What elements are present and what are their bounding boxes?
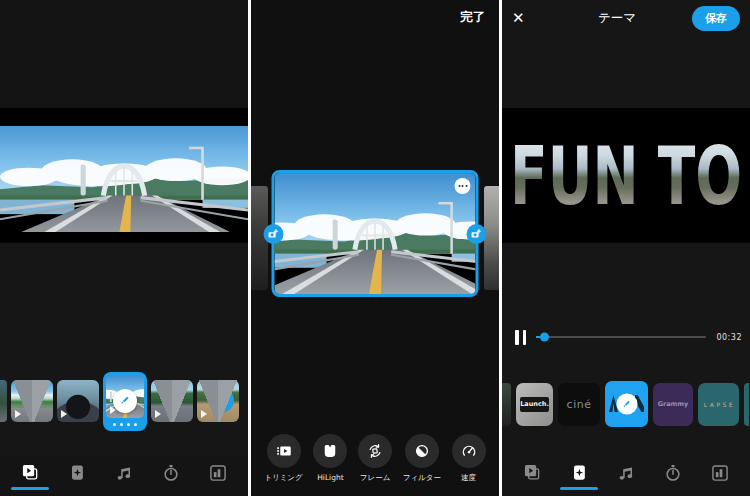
- clip-tools-row: トリミング HiLight フレーム フィルター 速度: [251, 434, 499, 496]
- frame-rotate-icon: [366, 442, 384, 460]
- more-options-button[interactable]: [455, 178, 471, 194]
- pencil-icon: [118, 394, 131, 407]
- theme-selected[interactable]: [605, 381, 648, 427]
- active-tab-underline: [560, 487, 598, 490]
- clips-icon: [20, 463, 40, 483]
- trim-icon: [275, 442, 293, 460]
- music-icon: [114, 463, 134, 483]
- theme-thumbnail-partial[interactable]: [744, 383, 749, 426]
- theme-cine[interactable]: ciné: [558, 383, 600, 426]
- layout-icon: [208, 463, 228, 483]
- active-tab-underline: [11, 487, 49, 490]
- clip-thumbnail[interactable]: [11, 380, 53, 422]
- clip-thumbnail[interactable]: [57, 380, 99, 422]
- clip-page-dots: [106, 418, 144, 431]
- speed-icon: [460, 442, 478, 460]
- theme-thumbnail-strip: Launch. ciné Grammy LAPSE: [502, 381, 750, 427]
- play-icon: [155, 410, 161, 418]
- tab-music[interactable]: [105, 463, 143, 490]
- tab-duration[interactable]: [152, 463, 190, 490]
- plus-icon: [217, 395, 228, 406]
- clip-thumbnail-partial[interactable]: [0, 380, 7, 422]
- playback-controls: 00:32: [502, 326, 750, 348]
- tool-label: HiLight: [317, 473, 343, 482]
- play-icon: [61, 410, 67, 418]
- clips-icon: [522, 463, 542, 483]
- theme-launch[interactable]: Launch.: [516, 383, 553, 426]
- theme-icon: [569, 463, 589, 483]
- editor-topbar: 完了: [251, 0, 499, 34]
- tool-label: 速度: [461, 473, 476, 483]
- play-icon: [201, 410, 207, 418]
- edit-clip-button[interactable]: [113, 389, 137, 413]
- add-clip-before-button[interactable]: [264, 224, 284, 244]
- clip-thumbnail[interactable]: [197, 380, 239, 422]
- pencil-icon: [621, 398, 633, 410]
- hilight-icon: [321, 442, 339, 460]
- tool-speed[interactable]: 速度: [452, 434, 486, 483]
- screen-clip-list: [0, 0, 248, 496]
- theme-label: LAPSE: [702, 401, 735, 408]
- letterbox-top: [0, 0, 248, 108]
- theme-grammy[interactable]: Grammy: [653, 383, 693, 426]
- theme-icon: [67, 463, 87, 483]
- timeline-area: [0, 243, 248, 455]
- music-icon: [616, 463, 636, 483]
- add-clip-button[interactable]: [211, 389, 234, 412]
- tab-clips[interactable]: [513, 463, 551, 490]
- tab-duration[interactable]: [654, 463, 692, 490]
- tool-hilight[interactable]: HiLight: [313, 434, 347, 482]
- tab-music[interactable]: [607, 463, 645, 490]
- tab-format[interactable]: [701, 463, 739, 490]
- elapsed-time: 00:32: [716, 333, 742, 342]
- page-title: テーマ: [542, 10, 692, 27]
- theme-thumbnail-partial[interactable]: [502, 383, 511, 426]
- video-frame-bridge: [0, 126, 248, 232]
- screenshot-triptych: 完了 トリミング: [0, 0, 750, 496]
- theme-label: ciné: [567, 398, 592, 411]
- camera-plus-icon: [470, 227, 483, 240]
- tab-theme[interactable]: [58, 463, 96, 490]
- theme-lapse[interactable]: LAPSE: [698, 383, 739, 426]
- theme-topbar: ✕ テーマ 保存: [502, 0, 750, 36]
- tab-clips[interactable]: [11, 463, 49, 490]
- tab-format[interactable]: [199, 463, 237, 490]
- timer-icon: [663, 463, 683, 483]
- save-button[interactable]: 保存: [692, 6, 740, 31]
- progress-knob[interactable]: [540, 333, 549, 342]
- done-button[interactable]: 完了: [460, 9, 485, 26]
- tool-trim[interactable]: トリミング: [264, 434, 302, 483]
- layout-icon: [710, 463, 730, 483]
- tab-theme[interactable]: [560, 463, 598, 490]
- tool-frame[interactable]: フレーム: [358, 434, 392, 483]
- clip-thumbnail-strip: [0, 368, 248, 434]
- progress-track[interactable]: [536, 336, 706, 338]
- add-clip-after-button[interactable]: [467, 224, 487, 244]
- tool-label: フレーム: [360, 473, 391, 483]
- theme-label: Launch.: [520, 400, 549, 408]
- clip-thumbnail[interactable]: [151, 380, 193, 422]
- tool-filter[interactable]: フィルター: [403, 434, 441, 483]
- clip-card-image: [275, 173, 476, 294]
- clip-thumbnail-selected[interactable]: [103, 372, 147, 431]
- theme-preview[interactable]: FUN TO: [502, 108, 750, 243]
- clip-card[interactable]: [272, 170, 479, 297]
- bottom-toolbar: [0, 455, 248, 496]
- camera-plus-icon: [267, 227, 280, 240]
- clip-stage: [251, 34, 499, 434]
- edit-theme-button[interactable]: [616, 394, 637, 415]
- screen-theme-picker: ✕ テーマ 保存 FUN TO 00:32 Launch. ciné: [502, 0, 750, 496]
- video-preview-area[interactable]: [0, 108, 248, 243]
- bottom-toolbar: [502, 455, 750, 496]
- preview-title-text: FUN TO: [510, 129, 742, 223]
- tool-label: トリミング: [264, 473, 302, 483]
- play-icon: [15, 410, 21, 418]
- screen-clip-editor: 完了 トリミング: [251, 0, 499, 496]
- tool-label: フィルター: [403, 473, 441, 483]
- timer-icon: [161, 463, 181, 483]
- filter-icon: [413, 442, 431, 460]
- pause-button[interactable]: [515, 330, 526, 345]
- theme-label: Grammy: [658, 400, 689, 408]
- close-button[interactable]: ✕: [512, 9, 542, 27]
- next-clip-edge: [484, 186, 499, 290]
